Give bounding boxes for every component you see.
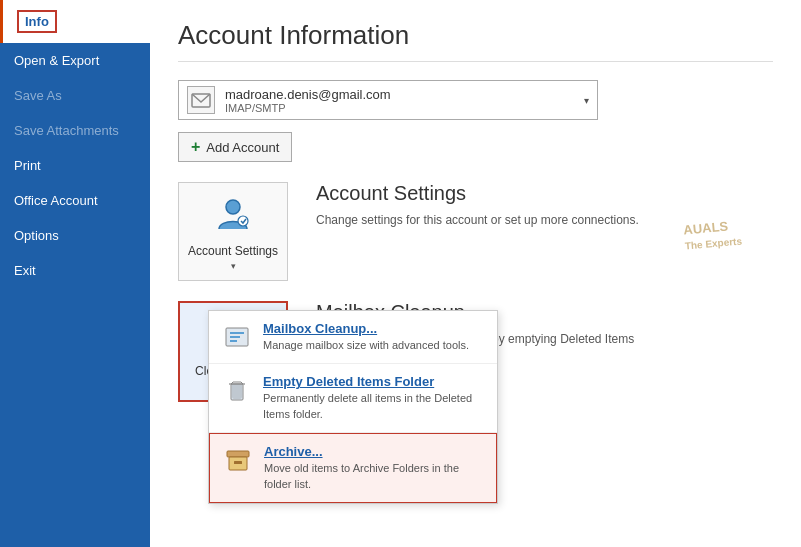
- info-label: Info: [17, 10, 57, 33]
- empty-deleted-desc: Permanently delete all items in the Dele…: [263, 391, 485, 422]
- sidebar-item-open-export[interactable]: Open & Export: [0, 43, 150, 78]
- account-settings-desc: Account Settings Change settings for thi…: [306, 182, 773, 229]
- main-content: Account Information madroane.denis@gmail…: [150, 0, 801, 547]
- menu-item-archive[interactable]: Archive... Move old items to Archive Fol…: [209, 433, 497, 503]
- archive-title: Archive...: [264, 444, 484, 459]
- add-icon: +: [191, 138, 200, 156]
- sidebar-item-info[interactable]: Info: [0, 0, 150, 43]
- sidebar-item-options[interactable]: Options: [0, 218, 150, 253]
- sidebar-item-exit[interactable]: Exit: [0, 253, 150, 288]
- svg-rect-21: [234, 461, 242, 464]
- account-email: madroane.denis@gmail.com: [225, 87, 584, 102]
- svg-rect-9: [230, 332, 244, 334]
- sidebar-item-save-as: Save As: [0, 78, 150, 113]
- mailbox-cleanup-icon: [221, 321, 253, 353]
- empty-deleted-content: Empty Deleted Items Folder Permanently d…: [263, 374, 485, 422]
- account-dropdown[interactable]: madroane.denis@gmail.com IMAP/SMTP ▾: [178, 80, 598, 120]
- empty-deleted-title: Empty Deleted Items Folder: [263, 374, 485, 389]
- archive-icon: [222, 444, 254, 476]
- add-account-button[interactable]: + Add Account: [178, 132, 292, 162]
- sidebar-item-print[interactable]: Print: [0, 148, 150, 183]
- account-icon: [187, 86, 215, 114]
- account-settings-desc-title: Account Settings: [316, 182, 773, 205]
- account-type: IMAP/SMTP: [225, 102, 584, 114]
- sidebar-item-save-attachments: Save Attachments: [0, 113, 150, 148]
- svg-rect-11: [230, 340, 237, 342]
- menu-item-empty-deleted[interactable]: Empty Deleted Items Folder Permanently d…: [209, 364, 497, 433]
- account-info: madroane.denis@gmail.com IMAP/SMTP: [225, 87, 584, 114]
- sidebar: Info Open & Export Save As Save Attachme…: [0, 0, 150, 547]
- account-settings-label: Account Settings ▾: [188, 244, 278, 272]
- mailbox-cleanup-content: Mailbox Cleanup... Manage mailbox size w…: [263, 321, 469, 353]
- account-settings-tile[interactable]: Account Settings ▾: [178, 182, 288, 281]
- sidebar-item-office-account[interactable]: Office Account: [0, 183, 150, 218]
- email-icon: [191, 90, 211, 110]
- account-settings-icon: [215, 195, 251, 238]
- account-settings-row: Account Settings ▾ Account Settings Chan…: [178, 182, 773, 281]
- archive-content: Archive... Move old items to Archive Fol…: [264, 444, 484, 492]
- svg-point-2: [238, 216, 248, 226]
- account-dropdown-arrow: ▾: [584, 95, 589, 106]
- empty-deleted-icon: [221, 374, 253, 406]
- svg-rect-10: [230, 336, 240, 338]
- mailbox-cleanup-title: Mailbox Cleanup...: [263, 321, 469, 336]
- menu-item-mailbox-cleanup[interactable]: Mailbox Cleanup... Manage mailbox size w…: [209, 311, 497, 364]
- cleanup-dropdown-menu: Mailbox Cleanup... Manage mailbox size w…: [208, 310, 498, 504]
- svg-rect-19: [227, 451, 249, 457]
- svg-point-1: [226, 200, 240, 214]
- mailbox-cleanup-desc: Manage mailbox size with advanced tools.: [263, 338, 469, 353]
- page-title: Account Information: [178, 20, 773, 62]
- add-account-label: Add Account: [206, 140, 279, 155]
- account-settings-desc-text: Change settings for this account or set …: [316, 211, 656, 229]
- archive-desc: Move old items to Archive Folders in the…: [264, 461, 484, 492]
